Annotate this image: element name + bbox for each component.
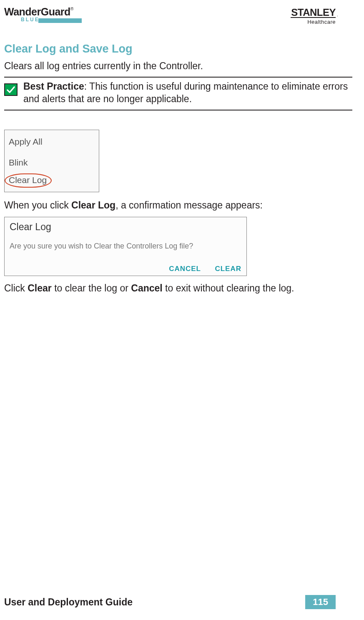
wanderguard-logo: WanderGuard® BLUE — [4, 6, 83, 26]
page-header: WanderGuard® BLUE STANLEY. Healthcare — [4, 6, 352, 26]
clear-log-bold: Clear Log — [71, 200, 115, 211]
page-footer: User and Deployment Guide 115 — [4, 595, 336, 609]
dialog-message: Are you sure you wish to Clear the Contr… — [10, 242, 241, 251]
dialog-title: Clear Log — [10, 221, 241, 233]
menu-item-blink: Blink — [7, 156, 99, 169]
stanley-logo: STANLEY. Healthcare — [291, 6, 352, 25]
footer-guide-title: User and Deployment Guide — [4, 597, 133, 608]
registered-mark: ® — [70, 7, 73, 11]
stanley-word: STANLEY. — [291, 7, 336, 18]
cancel-bold: Cancel — [131, 283, 162, 294]
section-heading: Clear Log and Save Log — [4, 43, 352, 55]
wanderguard-blue-sub: BLUE — [21, 17, 40, 23]
menu-item-clear-log-highlighted: Clear Log — [5, 173, 52, 188]
dialog-clear-button: CLEAR — [215, 265, 241, 273]
dialog-cancel-button: CANCEL — [169, 265, 201, 273]
stanley-healthcare-sub: Healthcare — [307, 19, 336, 25]
wanderguard-word: WanderGuard — [4, 6, 70, 18]
mid-paragraph: When you click Clear Log, a confirmation… — [4, 200, 352, 211]
dialog-screenshot: Clear Log Are you sure you wish to Clear… — [4, 217, 247, 276]
wanderguard-blue-bar — [38, 18, 82, 23]
best-practice-callout: Best Practice: This function is useful d… — [4, 77, 352, 110]
checkmark-icon — [4, 83, 18, 96]
clear-bold: Clear — [28, 283, 52, 294]
bottom-paragraph: Click Clear to clear the log or Cancel t… — [4, 283, 352, 294]
menu-item-apply-all: Apply All — [7, 135, 99, 148]
page-number: 115 — [305, 595, 336, 609]
callout-text: Best Practice: This function is useful d… — [23, 80, 352, 105]
intro-paragraph: Clears all log entries currently in the … — [4, 60, 352, 73]
menu-screenshot: Apply All Blink Clear Log — [4, 130, 99, 192]
callout-label: Best Practice — [23, 81, 84, 92]
